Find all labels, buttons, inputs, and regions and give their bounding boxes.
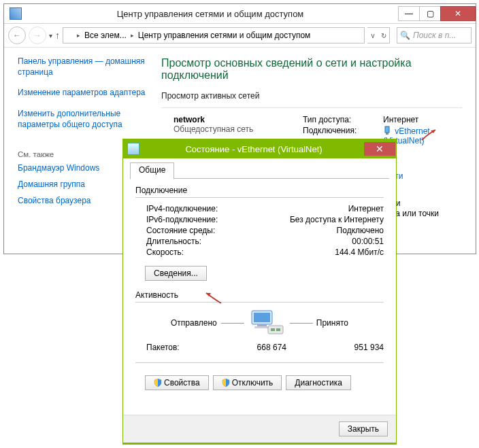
- duration-value: 00:00:51: [352, 237, 384, 246]
- ipv4-value: Интернет: [348, 204, 384, 213]
- window-title: Центр управления сетями и общим доступом: [22, 9, 399, 19]
- speed-label: Скорость:: [146, 247, 335, 257]
- svg-rect-5: [254, 326, 269, 328]
- breadcrumb-seg-current[interactable]: Центр управления сетями и общим доступом: [135, 31, 314, 40]
- access-type-label: Тип доступа:: [303, 115, 383, 124]
- window-controls: — ▢ ✕: [399, 6, 476, 21]
- link-advanced-sharing[interactable]: Изменить дополнительные параметры общего…: [18, 109, 122, 129]
- close-button[interactable]: Закрыть: [339, 421, 388, 436]
- search-input[interactable]: 🔍 Поиск в п...: [397, 27, 472, 44]
- access-type-value: Интернет: [383, 115, 418, 124]
- activity-section-label: Активность: [135, 290, 384, 300]
- dialog-close-button[interactable]: ✕: [364, 142, 395, 156]
- link-adapter-settings[interactable]: Изменение параметров адаптера: [18, 88, 146, 97]
- divider: [135, 302, 384, 303]
- minimize-button[interactable]: —: [398, 6, 420, 21]
- svg-rect-3: [254, 313, 270, 322]
- chevron-right-icon: ▸: [76, 32, 82, 39]
- link-internet-options[interactable]: Свойства браузера: [18, 196, 91, 205]
- refresh-icon[interactable]: ↻: [378, 28, 389, 43]
- speed-value: 144.4 Мбит/с: [335, 247, 384, 257]
- forward-button[interactable]: →: [29, 27, 46, 44]
- media-state-label: Состояние среды:: [146, 226, 337, 235]
- dialog-icon: [127, 143, 139, 155]
- received-label: Принято: [316, 318, 348, 328]
- svg-rect-7: [271, 328, 275, 331]
- disconnect-button[interactable]: Отключить: [213, 375, 282, 390]
- ipv6-label: IPv6-подключение:: [146, 215, 290, 224]
- tabstrip: Общие: [130, 162, 389, 179]
- properties-button[interactable]: Свойства: [145, 375, 209, 390]
- connection-section-label: Подключение: [135, 186, 384, 195]
- dash-icon: ———: [290, 318, 312, 328]
- diagnose-button[interactable]: Диагностика: [286, 375, 351, 390]
- shield-icon: [154, 379, 162, 387]
- duration-label: Длительность:: [146, 237, 352, 246]
- link-firewall[interactable]: Брандмауэр Windows: [18, 163, 99, 173]
- dialog-bottom-bar: Закрыть: [123, 415, 396, 443]
- app-icon: [10, 7, 22, 20]
- divider: [135, 197, 384, 198]
- search-icon: 🔍: [400, 31, 410, 40]
- svg-rect-4: [257, 324, 267, 326]
- packets-recv-value: 951 934: [323, 343, 384, 352]
- packets-sent-value: 668 674: [212, 343, 286, 352]
- media-state-value: Подключено: [337, 226, 384, 235]
- breadcrumb-bar[interactable]: ▸ Все элем... ▸ Центр управления сетями …: [63, 27, 365, 44]
- link-homegroup[interactable]: Домашняя группа: [18, 179, 85, 189]
- network-name: network: [174, 115, 205, 124]
- chevron-right-icon: ▸: [129, 32, 135, 39]
- svg-rect-6: [268, 326, 283, 334]
- status-dialog: Состояние - vEthernet (VirtualNet) ✕ Общ…: [122, 139, 397, 445]
- titlebar: Центр управления сетями и общим доступом…: [4, 4, 476, 24]
- search-placeholder: Поиск в п...: [413, 31, 456, 40]
- recent-dropdown-icon[interactable]: ▾: [49, 32, 52, 39]
- computers-icon: [248, 308, 286, 338]
- details-button[interactable]: Сведения...: [145, 266, 207, 281]
- divider: [135, 362, 384, 363]
- packets-label: Пакетов:: [146, 343, 212, 352]
- ipv4-label: IPv4-подключение:: [146, 204, 348, 213]
- svg-rect-0: [385, 126, 389, 133]
- page-title: Просмотр основных сведений о сети и наст…: [161, 57, 462, 82]
- network-type: Общедоступная сеть: [174, 124, 303, 134]
- breadcrumb-icon: [66, 31, 76, 40]
- tab-general[interactable]: Общие: [130, 162, 174, 179]
- sent-label: Отправлено: [171, 318, 217, 328]
- divider: [161, 107, 462, 108]
- close-button[interactable]: ✕: [440, 6, 476, 21]
- nav-toolbar: ← → ▾ ↑ ▸ Все элем... ▸ Центр управления…: [4, 24, 476, 48]
- ipv6-value: Без доступа к Интернету: [290, 215, 384, 224]
- breadcrumb-dropdown-icon[interactable]: v: [367, 28, 378, 43]
- breadcrumb-seg-root[interactable]: Все элем...: [82, 31, 129, 40]
- active-networks-heading: Просмотр активных сетей: [161, 91, 462, 101]
- shield-icon: [222, 379, 230, 387]
- up-button[interactable]: ↑: [55, 30, 60, 41]
- svg-rect-1: [386, 133, 389, 135]
- maximize-button[interactable]: ▢: [419, 6, 441, 21]
- dialog-title: Состояние - vEthernet (VirtualNet): [144, 144, 364, 154]
- dash-icon: ———: [221, 318, 244, 328]
- back-button[interactable]: ←: [8, 27, 26, 44]
- dialog-titlebar: Состояние - vEthernet (VirtualNet) ✕: [123, 139, 396, 158]
- link-cp-home[interactable]: Панель управления — домашняя страница: [18, 56, 145, 77]
- ethernet-icon: [383, 126, 391, 135]
- activity-row: Отправлено ——— ———: [135, 308, 384, 338]
- breadcrumb-tools: v ↻: [367, 27, 390, 44]
- svg-rect-8: [276, 328, 280, 331]
